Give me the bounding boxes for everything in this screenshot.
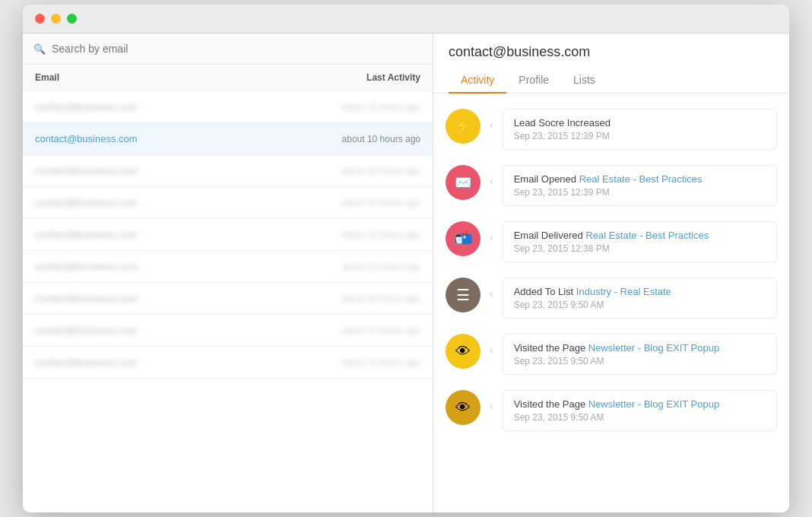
contact-time-active: about 10 hours ago <box>314 134 420 144</box>
chevron-icon: ‹ <box>490 287 493 300</box>
contact-row[interactable]: contact@business.com about 10 hours ago <box>23 219 433 251</box>
visited-page-link-2[interactable]: Newsletter - Blog EXIT Popup <box>588 398 719 410</box>
contact-email: contact@business.com <box>35 261 314 272</box>
contact-email: contact@business.com <box>35 165 314 176</box>
titlebar <box>23 5 789 33</box>
contact-time: about 10 hours ago <box>314 166 420 176</box>
search-icon: 🔍 <box>33 43 46 55</box>
activity-item-visited-page-2: 👁 ‹ Visited the Page Newsletter - Blog E… <box>446 382 777 439</box>
visited-page-icon-1: 👁 <box>446 334 481 369</box>
column-activity-label: Last Activity <box>314 72 420 83</box>
app-window: 🔍 Email Last Activity contact@business.c… <box>23 5 789 512</box>
activity-title: Email Opened Real Estate - Best Practice… <box>514 173 766 185</box>
email-delivered-link[interactable]: Real Estate - Best Practices <box>585 230 709 241</box>
activity-item-email-delivered: 📬 ‹ Email Delivered Real Estate - Best P… <box>446 214 777 270</box>
activity-time: Sep 23, 2015 12:39 PM <box>514 187 766 198</box>
search-bar: 🔍 <box>23 33 433 65</box>
contact-row[interactable]: contact@business.com about 10 hours ago <box>23 251 433 283</box>
activity-title: Visited the Page Newsletter - Blog EXIT … <box>514 398 766 410</box>
contact-time: about 10 hours ago <box>314 357 420 368</box>
visited-page-link-1[interactable]: Newsletter - Blog EXIT Popup <box>588 342 719 354</box>
contact-row-active[interactable]: contact@business.com about 10 hours ago <box>23 123 433 155</box>
email-opened-icon: ✉️ <box>446 165 481 200</box>
left-panel: 🔍 Email Last Activity contact@business.c… <box>23 33 433 512</box>
activity-item-lead-score: ⚡ ‹ Lead Socre Increased Sep 23, 2015 12… <box>446 101 777 157</box>
activity-time: Sep 23, 2015 12:38 PM <box>514 243 766 254</box>
visited-page-icon-2: 👁 <box>446 390 481 425</box>
contact-time: about 10 hours ago <box>314 230 420 240</box>
contact-row[interactable]: contact@business.com about 10 hours ago <box>23 347 433 379</box>
maximize-button[interactable] <box>67 14 77 24</box>
activity-title: Added To List Industry - Real Estate <box>514 286 766 297</box>
contact-email: contact@business.com <box>35 293 314 304</box>
right-header: contact@business.com Activity Profile Li… <box>433 33 789 94</box>
contact-row[interactable]: contact@business.com about 10 hours ago <box>23 315 433 347</box>
close-button[interactable] <box>35 14 45 24</box>
contact-row[interactable]: contact@business.com about 10 hours ago <box>23 283 433 315</box>
lead-score-icon: ⚡ <box>446 109 481 144</box>
contact-time: about 10 hours ago <box>314 102 420 113</box>
contact-row[interactable]: contact@business.com about 10 hours ago <box>23 187 433 219</box>
added-list-icon: ☰ <box>446 278 481 312</box>
contacts-header: Email Last Activity <box>23 65 433 91</box>
tab-lists[interactable]: Lists <box>561 68 607 94</box>
activity-content-lead-score: Lead Socre Increased Sep 23, 2015 12:39 … <box>503 109 777 150</box>
activity-item-visited-page-1: 👁 ‹ Visited the Page Newsletter - Blog E… <box>446 326 777 382</box>
activity-content-added-list: Added To List Industry - Real Estate Sep… <box>503 278 777 319</box>
contact-email: contact@business.com <box>35 357 314 368</box>
chevron-icon: ‹ <box>490 231 493 243</box>
chevron-icon: ‹ <box>490 400 493 412</box>
contact-row[interactable]: contact@business.com about 10 hours ago <box>23 91 433 123</box>
chevron-icon: ‹ <box>490 175 493 187</box>
activity-content-email-opened: Email Opened Real Estate - Best Practice… <box>503 165 777 206</box>
activity-content-visited-1: Visited the Page Newsletter - Blog EXIT … <box>503 334 777 375</box>
app-body: 🔍 Email Last Activity contact@business.c… <box>23 33 789 512</box>
contact-time: about 10 hours ago <box>314 198 420 208</box>
tab-profile[interactable]: Profile <box>506 68 561 94</box>
activity-time: Sep 23, 2015 9:50 AM <box>514 412 766 423</box>
search-input[interactable] <box>52 43 422 55</box>
chevron-icon: ‹ <box>490 119 493 131</box>
contact-time: about 10 hours ago <box>314 325 420 336</box>
contact-title: contact@business.com <box>449 44 774 60</box>
contact-time: about 10 hours ago <box>314 293 420 304</box>
email-opened-link[interactable]: Real Estate - Best Practices <box>579 173 703 185</box>
activity-content-email-delivered: Email Delivered Real Estate - Best Pract… <box>503 221 777 262</box>
tabs: Activity Profile Lists <box>449 68 774 93</box>
activity-time: Sep 23, 2015 9:50 AM <box>514 300 766 310</box>
contacts-list: contact@business.com about 10 hours ago … <box>23 91 433 512</box>
contact-time: about 10 hours ago <box>314 262 420 272</box>
activity-title: Visited the Page Newsletter - Blog EXIT … <box>514 342 766 354</box>
contact-row[interactable]: contact@business.com about 10 hours ago <box>23 155 433 187</box>
right-panel: contact@business.com Activity Profile Li… <box>433 33 789 512</box>
contact-email: contact@business.com <box>35 325 314 336</box>
chevron-icon: ‹ <box>490 344 493 356</box>
activity-time: Sep 23, 2015 12:39 PM <box>514 131 766 141</box>
column-email-label: Email <box>35 72 314 83</box>
contact-email: contact@business.com <box>35 197 314 208</box>
minimize-button[interactable] <box>51 14 61 24</box>
tab-activity[interactable]: Activity <box>449 68 506 94</box>
activity-time: Sep 23, 2015 9:50 AM <box>514 356 766 366</box>
activity-title: Email Delivered Real Estate - Best Pract… <box>514 230 766 241</box>
contact-email-active: contact@business.com <box>35 133 314 144</box>
contact-email: contact@business.com <box>35 101 314 113</box>
contact-email: contact@business.com <box>35 229 314 240</box>
activity-item-added-list: ☰ ‹ Added To List Industry - Real Estate… <box>446 270 777 326</box>
activity-item-email-opened: ✉️ ‹ Email Opened Real Estate - Best Pra… <box>446 157 777 214</box>
activity-content-visited-2: Visited the Page Newsletter - Blog EXIT … <box>503 390 777 431</box>
email-delivered-icon: 📬 <box>446 221 481 256</box>
activity-list: ⚡ ‹ Lead Socre Increased Sep 23, 2015 12… <box>433 94 789 512</box>
activity-title: Lead Socre Increased <box>514 117 766 128</box>
added-list-link[interactable]: Industry - Real Estate <box>576 286 671 297</box>
